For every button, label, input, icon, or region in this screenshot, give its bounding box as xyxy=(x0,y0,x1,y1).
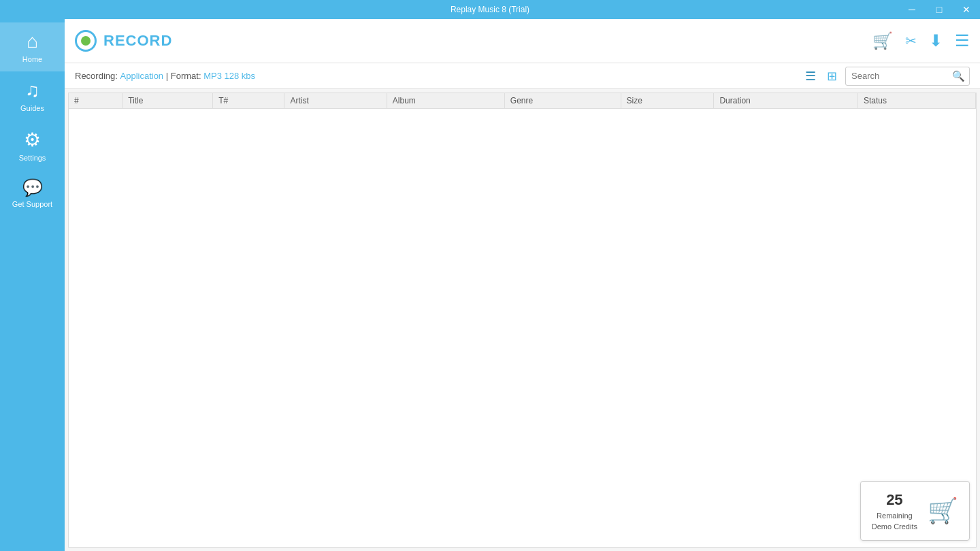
col-status: Status xyxy=(858,93,975,109)
window-title: Replay Music 8 (Trial) xyxy=(451,5,529,14)
sub-bar-right: ☰ ⊞ 🔍 xyxy=(802,67,970,86)
sidebar-item-settings[interactable]: ⚙ Settings xyxy=(0,120,65,170)
top-bar: RECORD 🛒 ✂ ⬇ ☰ xyxy=(65,19,980,63)
title-bar-controls: ─ □ ✕ xyxy=(898,0,980,19)
sidebar-support-label: Get Support xyxy=(12,200,52,208)
home-icon: ⌂ xyxy=(27,31,38,52)
grid-view-button[interactable]: ⊞ xyxy=(824,67,840,85)
search-icon: 🔍 xyxy=(952,70,965,82)
sub-bar: Recording: Application | Format: MP3 128… xyxy=(65,63,980,89)
col-artist: Artist xyxy=(284,93,387,109)
search-button[interactable]: 🔍 xyxy=(948,67,969,85)
search-box: 🔍 xyxy=(845,67,970,86)
list-view-button[interactable]: ☰ xyxy=(802,67,819,85)
maximize-button[interactable]: □ xyxy=(926,0,953,19)
record-title: RECORD xyxy=(103,32,172,50)
settings-icon: ⚙ xyxy=(24,129,41,151)
grid-view-icon: ⊞ xyxy=(827,69,837,83)
record-indicator xyxy=(75,30,97,52)
credits-text: 25 Remaining Demo Credits xyxy=(872,490,917,532)
format-separator: | xyxy=(166,71,171,81)
table-header-row: # Title T# Artist Album Genre Size Durat… xyxy=(69,93,976,109)
demo-credits-box: 25 Remaining Demo Credits 🛒 xyxy=(860,481,970,541)
top-bar-actions: 🛒 ✂ ⬇ ☰ xyxy=(872,31,970,50)
col-duration: Duration xyxy=(714,93,858,109)
search-input[interactable] xyxy=(846,68,948,84)
credits-remaining: Remaining xyxy=(872,511,917,521)
track-table: # Title T# Artist Album Genre Size Durat… xyxy=(69,93,976,109)
guides-icon: ♫ xyxy=(25,80,39,101)
credits-cart-icon: 🛒 xyxy=(928,497,958,525)
credits-demo: Demo Credits xyxy=(872,522,917,532)
content-area: RECORD 🛒 ✂ ⬇ ☰ Recording: Application | … xyxy=(65,19,980,551)
menu-icon[interactable]: ☰ xyxy=(955,31,970,50)
app-container: Replay Music 8 (Trial) ─ □ ✕ ⌂ Home ♫ Gu… xyxy=(0,0,980,551)
recording-value: Application xyxy=(120,71,164,81)
col-number: # xyxy=(69,93,122,109)
support-icon: 💬 xyxy=(22,178,43,197)
track-table-container: # Title T# Artist Album Genre Size Durat… xyxy=(68,93,977,548)
record-dot xyxy=(81,36,91,46)
col-size: Size xyxy=(621,93,714,109)
col-album: Album xyxy=(387,93,504,109)
list-view-icon: ☰ xyxy=(805,69,816,83)
sidebar-item-guides[interactable]: ♫ Guides xyxy=(0,71,65,120)
sidebar-settings-label: Settings xyxy=(19,154,46,162)
col-genre: Genre xyxy=(504,93,621,109)
minimize-button[interactable]: ─ xyxy=(898,0,926,19)
sidebar-item-support[interactable]: 💬 Get Support xyxy=(0,170,65,216)
credits-count: 25 xyxy=(872,490,917,511)
scissors-icon[interactable]: ✂ xyxy=(905,33,917,49)
sidebar: ⌂ Home ♫ Guides ⚙ Settings 💬 Get Support xyxy=(0,19,65,551)
table-header: # Title T# Artist Album Genre Size Durat… xyxy=(69,93,976,109)
close-button[interactable]: ✕ xyxy=(953,0,980,19)
col-title: Title xyxy=(122,93,213,109)
col-track: T# xyxy=(213,93,284,109)
sidebar-home-label: Home xyxy=(22,55,42,63)
download-icon[interactable]: ⬇ xyxy=(929,31,943,50)
cart-icon[interactable]: 🛒 xyxy=(872,31,893,50)
app-body: ⌂ Home ♫ Guides ⚙ Settings 💬 Get Support xyxy=(0,19,980,551)
recording-info: Recording: Application | Format: MP3 128… xyxy=(75,71,255,81)
sidebar-guides-label: Guides xyxy=(20,104,44,112)
recording-prefix: Recording: xyxy=(75,71,118,81)
format-prefix: Format: xyxy=(171,71,201,81)
title-bar: Replay Music 8 (Trial) ─ □ ✕ xyxy=(0,0,980,19)
sidebar-item-home[interactable]: ⌂ Home xyxy=(0,22,65,71)
format-value: MP3 128 kbs xyxy=(203,71,255,81)
